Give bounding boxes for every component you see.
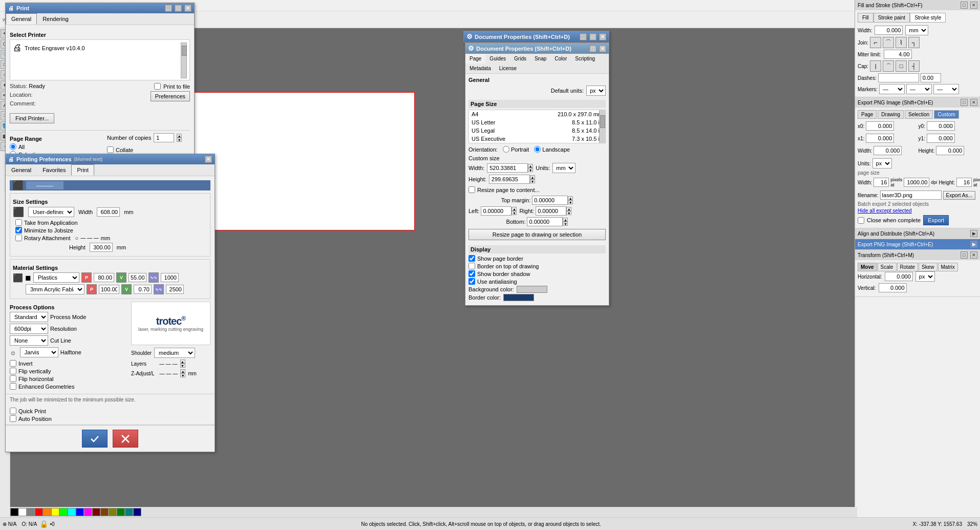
page-size-us-executive[interactable]: US Executive 7.3 x 10.5 in (469, 135, 605, 143)
stroke-unit-select[interactable]: mm (905, 25, 928, 35)
pref-cancel-btn[interactable] (113, 430, 138, 448)
bg-color-swatch[interactable] (517, 286, 547, 293)
border-color-swatch[interactable] (503, 294, 534, 301)
join-miter-btn[interactable]: ⌐ (870, 37, 881, 48)
doc-tab-license[interactable]: License (495, 63, 521, 73)
portrait-radio[interactable] (503, 146, 509, 153)
shoulder-dropdown[interactable]: medium (154, 348, 195, 358)
y1-input[interactable] (927, 134, 955, 143)
stroke-width-input[interactable]: 0.000 (875, 26, 903, 35)
palette-darkred[interactable] (92, 508, 100, 516)
layers-up[interactable]: ▲ (180, 359, 185, 364)
palette-blue[interactable] (76, 508, 84, 516)
right-down[interactable]: ▼ (566, 211, 571, 215)
auto-position-cb[interactable] (10, 415, 16, 422)
flip-v-cb[interactable] (10, 368, 16, 374)
z-up[interactable]: ▲ (180, 369, 185, 373)
export-close-btn[interactable]: ✕ (970, 99, 977, 106)
lock-icon[interactable]: 🔒 (39, 520, 48, 528)
palette-brown[interactable] (100, 508, 109, 516)
rotary-attachment-cb[interactable] (15, 235, 22, 241)
page-size-a4[interactable]: A4 210.0 x 297.0 mm (469, 110, 605, 118)
dpi1-input[interactable] (904, 178, 929, 187)
print-to-file-checkbox[interactable] (154, 83, 161, 90)
v-btn-2[interactable]: V (121, 284, 132, 294)
palette-red[interactable] (35, 508, 43, 516)
w-btn-2[interactable]: ∿∿ (154, 284, 164, 294)
pref-tab-print[interactable]: Print (71, 164, 94, 176)
v-value1-input[interactable]: 55.00 (129, 273, 146, 282)
dpi-dropdown[interactable]: 600dpi (10, 324, 48, 334)
halftone-dropdown[interactable]: Jarvis (20, 347, 58, 357)
cs-width-down[interactable]: ▼ (528, 168, 533, 172)
cap-flat-btn[interactable]: | (870, 60, 881, 72)
exp-width-input[interactable] (874, 146, 902, 155)
x0-input[interactable] (866, 121, 894, 131)
v-value2-input[interactable]: 0.70 (134, 285, 152, 294)
preferences-btn[interactable]: Preferences (151, 91, 190, 101)
stroke-paint-tab[interactable]: Stroke paint (874, 13, 910, 23)
border-on-top-cb[interactable] (468, 263, 475, 269)
pref-ok-btn[interactable] (82, 430, 108, 448)
markers-end-select[interactable]: — (933, 84, 959, 94)
w-btn-1[interactable]: ∿∿ (148, 272, 159, 283)
palette-teal[interactable] (125, 508, 133, 516)
print-tab-general[interactable]: General (6, 13, 37, 25)
w-value1-input[interactable]: 1000 (161, 273, 179, 282)
doc-tab-color[interactable]: Color (550, 54, 571, 63)
find-printer-btn[interactable]: Find Printer... (10, 113, 54, 123)
doc-tab-scripting[interactable]: Scripting (571, 54, 599, 63)
collate-checkbox[interactable] (107, 146, 114, 153)
p-value2-input[interactable]: 100.00 (99, 285, 119, 294)
doc-tab-metadata[interactable]: Metadata (465, 63, 495, 73)
pref-tab-favorites[interactable]: Favorites (37, 164, 71, 176)
export-expand-btn[interactable]: □ (961, 99, 968, 106)
palette-cyan[interactable] (68, 508, 76, 516)
right-margin-input[interactable] (536, 206, 566, 216)
palette-green[interactable] (59, 508, 68, 516)
resize-page-btn[interactable]: Resize page to drawing or selection (468, 229, 606, 240)
top-margin-input[interactable] (532, 196, 568, 205)
stroke-style-tab[interactable]: Stroke style (910, 13, 946, 23)
p-btn-1[interactable]: P (81, 272, 92, 283)
palette-white[interactable] (18, 508, 27, 516)
pref-tab-general[interactable]: General (6, 164, 37, 176)
close-when-complete-cb[interactable] (858, 217, 864, 224)
doc-inner-close-btn[interactable]: ✕ (599, 45, 606, 52)
fill-tab[interactable]: Fill (858, 13, 874, 23)
filename-input[interactable]: laser3D.png (880, 190, 942, 200)
transform-close-btn[interactable]: ✕ (970, 251, 977, 259)
cs-height-up[interactable]: ▲ (530, 175, 535, 179)
transform-tab-matrix[interactable]: Matrix (938, 263, 958, 271)
top-margin-up[interactable]: ▲ (568, 196, 573, 200)
print-minimize-btn[interactable]: _ (165, 5, 172, 12)
transform-tab-scale[interactable]: Scale (878, 263, 897, 271)
bottom-down[interactable]: ▼ (563, 222, 568, 226)
cs-height-down[interactable]: ▼ (530, 179, 535, 183)
layers-down[interactable]: ▼ (180, 364, 185, 368)
markers-start-select[interactable]: — (879, 84, 905, 94)
export-collapsed-expand-btn[interactable]: ▶ (970, 241, 977, 248)
copies-input[interactable] (154, 133, 174, 142)
cs-units-select[interactable]: mm (552, 163, 576, 173)
left-down[interactable]: ▼ (512, 211, 517, 215)
fill-stroke-expand-btn[interactable]: □ (961, 2, 968, 9)
transform-tab-rotate[interactable]: Rotate (897, 263, 918, 271)
left-up[interactable]: ▲ (512, 207, 517, 211)
print-close-btn[interactable]: ✕ (184, 5, 191, 12)
left-margin-input[interactable] (481, 206, 512, 216)
resize-content-row[interactable]: Resize page to content... (468, 186, 606, 193)
p-btn-2[interactable]: P (87, 284, 97, 294)
preset-dropdown[interactable]: 3mm Acrylic Fablab (26, 284, 84, 294)
copies-up-btn[interactable]: ▲ (177, 134, 182, 138)
doc-maximize-btn[interactable]: □ (589, 33, 596, 40)
doc-tab-page[interactable]: Page (465, 54, 485, 63)
exp-height-input[interactable] (936, 146, 964, 155)
doc-tab-snap[interactable]: Snap (530, 54, 550, 63)
dashes-pattern-input[interactable] (878, 73, 919, 82)
export-tab-custom[interactable]: Custom (934, 110, 958, 119)
invert-cb[interactable] (10, 360, 16, 367)
cap-round-btn[interactable]: ⌒ (883, 60, 894, 72)
page-size-us-letter[interactable]: US Letter 8.5 x 11.0 in (469, 118, 605, 126)
flip-h-cb[interactable] (10, 375, 16, 382)
